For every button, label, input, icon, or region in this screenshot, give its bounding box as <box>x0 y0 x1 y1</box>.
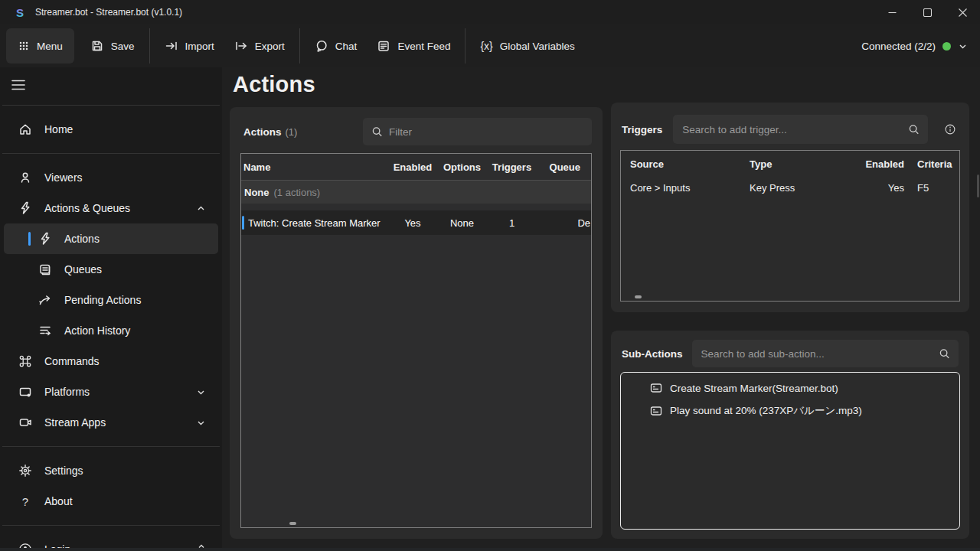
pending-actions-icon <box>38 293 52 307</box>
triggers-panel-title: Triggers <box>622 124 662 135</box>
subactions-list: Create Stream Marker(Streamer.bot) Play … <box>620 372 960 530</box>
subaction-search <box>692 340 959 367</box>
horizontal-scrollbar[interactable] <box>635 295 642 298</box>
sidebar-item-settings[interactable]: Settings <box>4 455 218 486</box>
titlebar: S Streamer.bot - Streamer.bot (v1.0.1) <box>0 0 980 24</box>
sidebar-item-actions[interactable]: Actions <box>4 223 218 254</box>
actions-table: Name Enabled Options Triggers Queue None… <box>240 153 592 528</box>
gear-icon <box>18 464 32 478</box>
sidebar-item-pending-actions[interactable]: Pending Actions <box>4 285 218 315</box>
lightning-icon <box>38 232 52 246</box>
search-icon <box>371 126 383 138</box>
global-variables-icon: {x} <box>480 40 492 52</box>
minimize-button[interactable] <box>874 0 910 24</box>
trigger-search <box>673 115 928 144</box>
subaction-item[interactable]: Play sound at 20% (237XPバルーン.mp3) <box>621 399 959 422</box>
trigger-source: Core > Inputs <box>630 182 750 194</box>
sidebar-item-label: Platforms <box>44 386 90 398</box>
connection-status-dot <box>942 42 951 51</box>
trigger-enabled: Yes <box>857 182 904 194</box>
sidebar-divider <box>2 153 220 154</box>
horizontal-scrollbar[interactable] <box>289 522 296 525</box>
action-triggers: 1 <box>487 217 537 229</box>
sidebar-item-label: About <box>44 495 73 507</box>
menu-button[interactable]: Menu <box>6 28 74 64</box>
sidebar-item-about[interactable]: ? About <box>4 486 218 517</box>
page-title: Actions <box>233 72 315 97</box>
sidebar: Home Viewers Actions & Queues Actions <box>0 67 222 551</box>
column-header-triggers[interactable]: Triggers <box>487 161 537 173</box>
triggers-table-header: Source Type Enabled Criteria <box>621 151 959 177</box>
sidebar-item-viewers[interactable]: Viewers <box>4 162 218 193</box>
chevron-down-icon <box>196 387 206 397</box>
subaction-search-input[interactable] <box>692 340 959 367</box>
question-mark-icon: ? <box>18 495 32 508</box>
global-variables-label: Global Variables <box>500 41 575 52</box>
toolbar-separator <box>149 28 150 64</box>
column-header-type[interactable]: Type <box>750 158 857 170</box>
chat-label: Chat <box>335 41 358 52</box>
sidebar-item-label: Stream Apps <box>44 416 106 429</box>
subaction-label: Play sound at 20% (237XPバルーン.mp3) <box>670 404 862 418</box>
info-icon[interactable] <box>944 123 956 135</box>
sidebar-item-label: Queues <box>64 263 102 276</box>
toolbar-separator <box>299 28 300 64</box>
export-button[interactable]: Export <box>224 28 295 64</box>
connection-status[interactable]: Connected (2/2) <box>861 24 968 67</box>
actions-group-row[interactable]: None (1 actions) <box>241 180 591 204</box>
global-variables-button[interactable]: {x} Global Variables <box>470 28 584 64</box>
toolbar-separator <box>465 28 466 64</box>
column-header-enabled[interactable]: Enabled <box>388 161 437 173</box>
action-history-icon <box>38 324 52 337</box>
column-header-source[interactable]: Source <box>630 158 750 170</box>
sidebar-item-action-history[interactable]: Action History <box>4 315 218 346</box>
actions-panel-title: Actions <box>243 126 282 138</box>
hamburger-button[interactable] <box>11 73 42 96</box>
event-feed-icon <box>377 39 390 53</box>
sidebar-item-label: Viewers <box>44 171 83 184</box>
trigger-search-input[interactable] <box>673 115 928 144</box>
menu-grid-icon <box>18 40 30 52</box>
import-icon <box>165 39 178 53</box>
menu-label: Menu <box>37 41 63 52</box>
column-header-name[interactable]: Name <box>241 161 388 173</box>
filter-input[interactable] <box>363 118 592 145</box>
app-logo-icon: S <box>14 6 26 19</box>
triggers-table: Source Type Enabled Criteria Core > Inpu… <box>620 150 960 302</box>
main-content: Actions Actions (1) Name Enabled Options… <box>222 67 980 551</box>
save-button[interactable]: Save <box>80 28 145 64</box>
column-header-options[interactable]: Options <box>437 161 487 173</box>
chat-icon <box>315 39 328 53</box>
platforms-icon <box>18 385 32 399</box>
sidebar-item-commands[interactable]: Commands <box>4 346 218 377</box>
sidebar-divider <box>2 525 220 526</box>
action-row[interactable]: Twitch: Create Stream Marker Yes None 1 … <box>241 210 591 235</box>
sidebar-item-label: Settings <box>44 465 83 477</box>
column-header-enabled[interactable]: Enabled <box>857 158 904 170</box>
column-header-queue[interactable]: Queue <box>537 161 591 173</box>
trigger-criteria: F5 <box>904 182 959 194</box>
sidebar-item-platforms[interactable]: Platforms <box>4 377 218 407</box>
action-queue: De <box>537 217 591 229</box>
action-name: Twitch: Create Stream Marker <box>241 217 388 229</box>
import-button[interactable]: Import <box>155 28 224 64</box>
sidebar-item-home[interactable]: Home <box>4 114 218 145</box>
close-button[interactable] <box>945 0 980 24</box>
chat-button[interactable]: Chat <box>305 28 368 64</box>
sidebar-divider <box>2 105 220 106</box>
sidebar-item-label: Action History <box>64 324 130 337</box>
subaction-item[interactable]: Create Stream Marker(Streamer.bot) <box>621 377 959 399</box>
trigger-row[interactable]: Core > Inputs Key Press Yes F5 <box>621 177 959 198</box>
column-header-criteria[interactable]: Criteria <box>904 158 959 170</box>
import-label: Import <box>185 41 214 52</box>
event-feed-label: Event Feed <box>397 41 450 52</box>
home-icon <box>18 122 32 136</box>
vertical-scrollbar[interactable] <box>977 174 979 197</box>
sidebar-item-actions-queues[interactable]: Actions & Queues <box>4 193 218 223</box>
sidebar-item-queues[interactable]: Queues <box>4 254 218 285</box>
maximize-button[interactable] <box>910 0 945 24</box>
search-icon <box>939 348 950 360</box>
event-feed-button[interactable]: Event Feed <box>367 28 460 64</box>
sidebar-item-stream-apps[interactable]: Stream Apps <box>4 407 218 438</box>
connection-label: Connected (2/2) <box>861 41 936 52</box>
